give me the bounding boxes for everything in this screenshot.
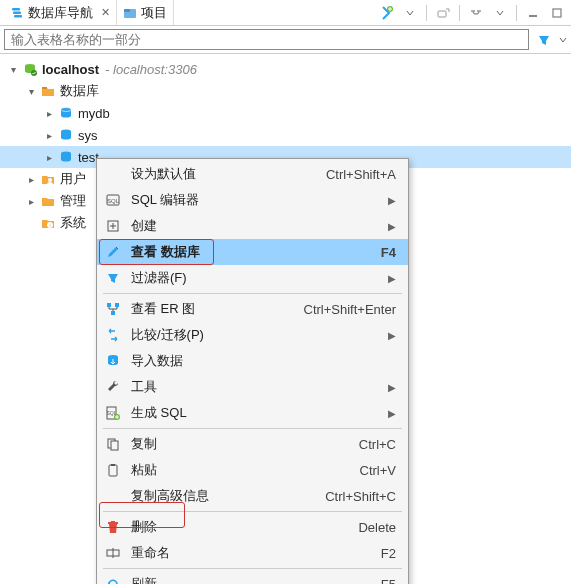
submenu-arrow-icon: ▶ (388, 273, 396, 284)
svg-rect-32 (111, 464, 115, 466)
menu-rename[interactable]: 重命名 F2 (97, 540, 408, 566)
rename-icon (103, 543, 123, 563)
submenu-arrow-icon: ▶ (388, 408, 396, 419)
tab-projects[interactable]: 项目 (117, 0, 174, 25)
tree-node-database[interactable]: ▸ sys (0, 124, 571, 146)
menu-shortcut: Ctrl+C (359, 437, 396, 452)
menu-label: 删除 (131, 518, 358, 536)
node-label: 管理 (60, 192, 86, 210)
menu-shortcut: Delete (358, 520, 396, 535)
menu-tools[interactable]: 工具 ▶ (97, 374, 408, 400)
svg-rect-22 (107, 303, 111, 307)
menu-separator (103, 293, 402, 294)
collapse-icon[interactable] (435, 5, 451, 21)
svg-rect-23 (115, 303, 119, 307)
tree-node-connection[interactable]: ▾ localhost - localhost:3306 (0, 58, 571, 80)
menu-paste[interactable]: 粘贴 Ctrl+V (97, 457, 408, 483)
blank-icon (103, 486, 123, 506)
node-info: - localhost:3306 (105, 62, 197, 77)
menu-label: 复制 (131, 435, 359, 453)
minimize-icon[interactable] (525, 5, 541, 21)
menu-shortcut: Ctrl+Shift+Enter (304, 302, 397, 317)
menu-view-database[interactable]: 查看 数据库 F4 (97, 239, 408, 265)
menu-label: 工具 (131, 378, 382, 396)
connection-icon (22, 61, 38, 77)
svg-text:i: i (49, 222, 50, 228)
menu-separator (103, 428, 402, 429)
tree-node-database[interactable]: ▸ mydb (0, 102, 571, 124)
refresh-icon (103, 574, 123, 584)
wrench-icon (103, 377, 123, 397)
diagram-icon (103, 299, 123, 319)
dropdown-icon[interactable] (402, 5, 418, 21)
chevron-down-icon[interactable]: ▾ (24, 84, 38, 98)
menu-shortcut: Ctrl+Shift+C (325, 489, 396, 504)
submenu-arrow-icon: ▶ (388, 330, 396, 341)
menu-label: 过滤器(F) (131, 269, 382, 287)
menu-label: 复制高级信息 (131, 487, 325, 505)
tab-label: 数据库导航 (28, 4, 93, 22)
menu-shortcut: Ctrl+V (360, 463, 396, 478)
database-icon (58, 105, 74, 121)
sql-icon: SQL (103, 190, 123, 210)
dropdown-icon[interactable] (559, 36, 567, 44)
tree-node-db-folder[interactable]: ▾ 数据库 (0, 80, 571, 102)
menu-compare[interactable]: 比较/迁移(P) ▶ (97, 322, 408, 348)
menu-shortcut: F2 (381, 546, 396, 561)
paste-icon (103, 460, 123, 480)
compare-icon (103, 325, 123, 345)
svg-point-16 (48, 178, 52, 182)
menu-set-default[interactable]: 设为默认值 Ctrl+Shift+A (97, 161, 408, 187)
search-input[interactable] (4, 29, 529, 50)
menu-create[interactable]: 创建 ▶ (97, 213, 408, 239)
chevron-right-icon[interactable]: ▸ (24, 194, 38, 208)
svg-rect-2 (14, 15, 22, 18)
tab-db-navigator[interactable]: 数据库导航 ✕ (4, 0, 117, 25)
menu-import[interactable]: 导入数据 (97, 348, 408, 374)
menu-refresh[interactable]: 刷新 F5 (97, 571, 408, 584)
menu-sql-editor[interactable]: SQL SQL 编辑器 ▶ (97, 187, 408, 213)
svg-rect-11 (42, 87, 47, 89)
filter-icon (103, 268, 123, 288)
maximize-icon[interactable] (549, 5, 565, 21)
copy-icon (103, 434, 123, 454)
pencil-icon (103, 242, 123, 262)
menu-copy-advanced[interactable]: 复制高级信息 Ctrl+Shift+C (97, 483, 408, 509)
chevron-right-icon[interactable]: ▸ (24, 172, 38, 186)
menu-label: 生成 SQL (131, 404, 382, 422)
submenu-arrow-icon: ▶ (388, 195, 396, 206)
svg-rect-6 (438, 11, 446, 17)
tab-label: 项目 (141, 4, 167, 22)
create-icon (103, 216, 123, 236)
database-icon (58, 149, 74, 165)
info-folder-icon: i (40, 215, 56, 231)
dropdown-icon[interactable] (492, 5, 508, 21)
menu-delete[interactable]: 删除 Delete (97, 514, 408, 540)
close-icon[interactable]: ✕ (101, 6, 110, 19)
svg-rect-7 (529, 15, 537, 17)
menu-label: 刷新 (131, 575, 381, 584)
menu-separator (103, 568, 402, 569)
menu-label: 设为默认值 (131, 165, 326, 183)
menu-label: 比较/迁移(P) (131, 326, 382, 344)
chevron-right-icon[interactable]: ▸ (42, 128, 56, 142)
chevron-down-icon[interactable]: ▾ (6, 62, 20, 76)
node-label: 系统 (60, 214, 86, 232)
menu-copy[interactable]: 复制 Ctrl+C (97, 431, 408, 457)
chevron-right-icon[interactable]: ▸ (42, 150, 56, 164)
menu-filter[interactable]: 过滤器(F) ▶ (97, 265, 408, 291)
link-editor-icon[interactable] (468, 5, 484, 21)
menu-er-diagram[interactable]: 查看 ER 图 Ctrl+Shift+Enter (97, 296, 408, 322)
menu-gen-sql[interactable]: SQL 生成 SQL ▶ (97, 400, 408, 426)
admin-folder-icon (40, 193, 56, 209)
users-folder-icon (40, 171, 56, 187)
node-label: localhost (42, 62, 99, 77)
svg-rect-34 (111, 521, 115, 523)
menu-label: SQL 编辑器 (131, 191, 382, 209)
menu-label: 查看 数据库 (131, 243, 381, 261)
node-label: 数据库 (60, 82, 99, 100)
chevron-right-icon[interactable]: ▸ (42, 106, 56, 120)
new-connection-icon[interactable] (378, 5, 394, 21)
blank-icon (103, 164, 123, 184)
filter-icon[interactable] (535, 31, 553, 49)
